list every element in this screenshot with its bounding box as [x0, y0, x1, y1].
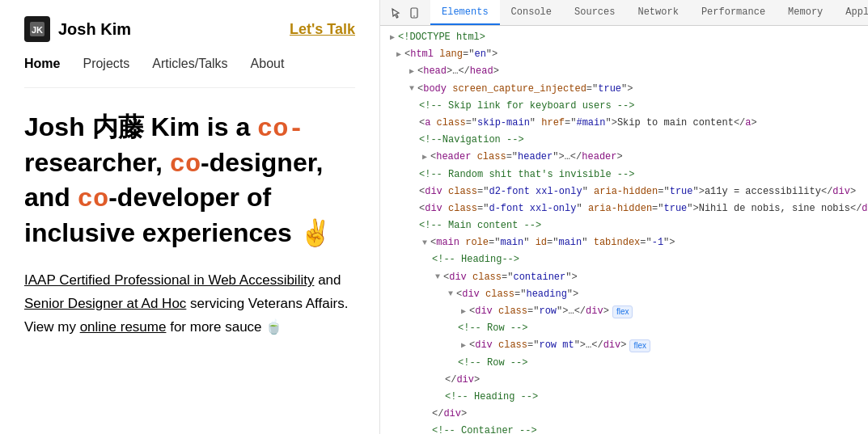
mobile-icon[interactable] — [408, 6, 421, 19]
devtools-panel: Elements Console Sources Network Perform… — [380, 0, 868, 434]
code-div-d2: <div class="d2-font xxl-only" aria-hidde… — [380, 183, 868, 200]
code-div-close2: </div> — [380, 406, 868, 423]
code-head: ▶ <head>…</head> — [380, 63, 868, 80]
site-header: JK Josh Kim Let's Talk — [24, 16, 355, 42]
code-comment-heading-close: <!-- Heading --> — [380, 389, 868, 406]
heading-tag: <div class="heading"> — [456, 287, 578, 302]
expand-icon[interactable]: ▼ — [419, 237, 430, 250]
skip-link-tag: <a class="skip-main" href="#main">Skip t… — [419, 116, 757, 131]
code-main-open: ▼ <main role="main" id="main" tabindex="… — [380, 234, 868, 251]
tab-sources[interactable]: Sources — [563, 0, 626, 25]
devtools-icons — [383, 6, 427, 19]
tab-memory[interactable]: Memory — [777, 0, 834, 25]
expand-icon[interactable]: ▼ — [432, 271, 443, 284]
code-comment-heading: <!-- Heading--> — [380, 251, 868, 268]
code-header: ▶ <header class="header">…</header> — [380, 149, 868, 166]
svg-text:JK: JK — [32, 25, 43, 35]
flex-badge-2: flex — [629, 339, 650, 352]
tab-application[interactable]: Application — [834, 0, 868, 25]
tab-performance[interactable]: Performance — [690, 0, 777, 25]
site-nav: Home Projects Articles/Talks About — [24, 57, 355, 88]
code-div-heading: ▼ <div class="heading"> — [380, 286, 868, 303]
comment-text: <!--Navigation --> — [419, 133, 524, 148]
code-comment-nav: <!--Navigation --> — [380, 132, 868, 149]
code-div-container: ▼ <div class="container"> — [380, 269, 868, 286]
head-tag: <head>…</head> — [417, 64, 499, 79]
nav-home[interactable]: Home — [24, 57, 60, 71]
nav-articles-talks[interactable]: Articles/Talks — [152, 57, 227, 71]
code-skip-link: <a class="skip-main" href="#main">Skip t… — [380, 115, 868, 132]
code-div-row: ▶ <div class="row">…</div> flex — [380, 303, 868, 320]
comment-text: <!-- Main content --> — [419, 218, 541, 234]
code-comment-main: <!-- Main content --> — [380, 217, 868, 234]
code-body-open: ▼ <body screen_capture_injected="true"> — [380, 81, 868, 98]
expand-icon[interactable]: ▼ — [406, 82, 417, 95]
row-tag: <div class="row">…</div> — [469, 304, 609, 319]
main-tag: <main role="main" id="main" tabindex="-1… — [430, 235, 675, 251]
code-doctype: ▶ <!DOCTYPE html> — [380, 29, 868, 46]
devtools-tabs: Elements Console Sources Network Perform… — [380, 0, 868, 26]
close-container-tag: </div> — [432, 407, 467, 422]
expand-icon[interactable]: ▶ — [393, 48, 404, 61]
cursor-icon[interactable] — [390, 6, 403, 19]
doctype-text: <!DOCTYPE html> — [398, 30, 485, 45]
tab-network[interactable]: Network — [626, 0, 689, 25]
code-html: ▶ <html lang="en"> — [380, 46, 868, 63]
comment-text: <!-- Heading--> — [432, 252, 519, 268]
adhoc-link[interactable]: Senior Designer at Ad Hoc — [24, 296, 186, 311]
expand-icon[interactable]: ▶ — [458, 305, 469, 318]
hero-title: Josh 内藤 Kim is a co-researcher, co-desig… — [24, 111, 355, 250]
highlight-co-researcher: co- — [257, 114, 304, 144]
body-tag: <body screen_capture_injected="true"> — [417, 82, 633, 97]
resume-link[interactable]: online resume — [80, 319, 167, 335]
expand-icon[interactable]: ▶ — [458, 339, 469, 352]
lets-talk-button[interactable]: Let's Talk — [290, 21, 355, 38]
comment-text: <!-- Random shit that's invisible --> — [419, 167, 634, 183]
site-logo: JK Josh Kim — [24, 16, 131, 42]
code-div-close1: </div> — [380, 372, 868, 389]
comment-text: <!-- Heading --> — [445, 390, 538, 405]
nav-projects[interactable]: Projects — [83, 57, 129, 71]
div-d2-tag: <div class="d2-font xxl-only" aria-hidde… — [419, 184, 856, 200]
devtools-content: ▶ <!DOCTYPE html> ▶ <html lang="en"> ▶ <… — [380, 26, 868, 434]
header-tag: <header class="header">…</header> — [430, 150, 623, 165]
comment-text: <!-- Skip link for keyboard users --> — [419, 99, 634, 114]
logo-icon: JK — [24, 16, 50, 42]
website-panel: JK Josh Kim Let's Talk Home Projects Art… — [0, 0, 380, 434]
highlight-co-developer: co — [78, 184, 108, 214]
code-div-d-font: <div class="d-font xxl-only" aria-hidden… — [380, 200, 868, 217]
highlight-co-designer: co — [170, 150, 201, 179]
flex-badge: flex — [612, 305, 633, 318]
close-tag: </div> — [445, 373, 480, 388]
code-div-row-mt: ▶ <div class="row mt">…</div> flex — [380, 337, 868, 354]
code-comment-container-close: <!-- Container --> — [380, 423, 868, 434]
code-comment-row2: <!-- Row --> — [380, 355, 868, 372]
tab-console[interactable]: Console — [500, 0, 563, 25]
code-comment-random: <!-- Random shit that's invisible --> — [380, 166, 868, 183]
comment-text: <!-- Row --> — [458, 356, 527, 371]
code-comment-row1: <!-- Row --> — [380, 320, 868, 337]
nav-about[interactable]: About — [251, 57, 285, 71]
site-name: Josh Kim — [58, 20, 131, 39]
code-comment-skip: <!-- Skip link for keyboard users --> — [380, 98, 868, 115]
svg-point-3 — [413, 15, 415, 17]
expand-icon[interactable]: ▶ — [419, 151, 430, 164]
tab-elements[interactable]: Elements — [430, 0, 500, 25]
container-tag: <div class="container"> — [443, 270, 578, 285]
comment-text: <!-- Container --> — [432, 423, 537, 434]
expand-icon[interactable]: ▼ — [445, 288, 456, 301]
expand-icon[interactable]: ▶ — [406, 65, 417, 78]
expand-icon[interactable]: ▶ — [387, 32, 398, 44]
div-d-tag: <div class="d-font xxl-only" aria-hidden… — [419, 201, 868, 217]
comment-text: <!-- Row --> — [458, 321, 527, 336]
iaap-link[interactable]: IAAP Certified Professional in Web Acces… — [24, 272, 314, 288]
html-tag: <html lang="en"> — [404, 47, 498, 62]
row-mt-tag: <div class="row mt">…</div> — [469, 338, 626, 353]
hero-links: IAAP Certified Professional in Web Acces… — [24, 269, 355, 339]
